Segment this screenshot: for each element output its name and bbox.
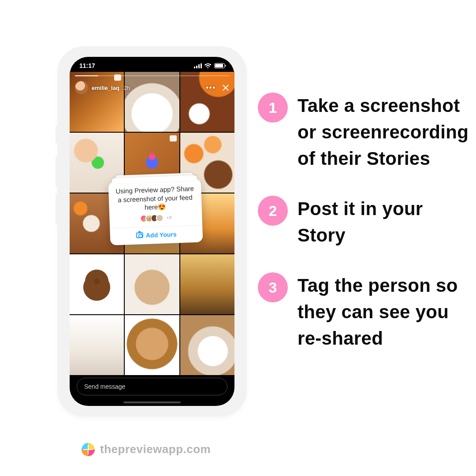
add-yours-label: Add Yours <box>146 231 177 238</box>
story-age: 2h <box>124 85 130 91</box>
heart-eyes-emoji: 😍 <box>158 203 167 211</box>
responder-avatar <box>156 214 164 222</box>
responder-more-count: +3 <box>167 215 172 220</box>
phone-side-button <box>56 156 59 187</box>
step-text: Tag the person so they can see you re-sh… <box>298 272 469 352</box>
feed-cell <box>70 315 124 375</box>
story-more-icon[interactable]: ••• <box>206 84 216 92</box>
add-yours-sticker[interactable]: Using Preview app? Share a screenshot of… <box>108 178 203 245</box>
step-number-badge: 3 <box>258 272 288 302</box>
status-time: 11:17 <box>79 62 95 69</box>
feed-cell <box>180 254 234 314</box>
wifi-icon <box>205 63 212 68</box>
previewapp-logo-icon <box>82 443 95 456</box>
phone-side-button <box>56 194 59 225</box>
step-item: 3 Tag the person so they can see you re-… <box>258 272 469 352</box>
add-yours-button[interactable]: Add Yours <box>115 225 197 245</box>
step-number-badge: 1 <box>258 93 288 123</box>
feed-cell <box>125 315 179 375</box>
signal-icon <box>194 63 202 68</box>
phone-mockup: 11:17 emilie_laq 2h ••• <box>57 46 247 416</box>
battery-icon <box>214 63 225 68</box>
step-item: 2 Post it in your Story <box>258 196 469 249</box>
feed-cell <box>125 254 179 314</box>
watermark-text: thepreviewapp.com <box>100 443 211 456</box>
sticker-prompt: Using Preview app? Share a screenshot of… <box>114 184 197 213</box>
story-header: emilie_laq 2h ••• <box>75 79 229 97</box>
step-number-badge: 2 <box>258 196 288 226</box>
feed-cell <box>180 315 234 375</box>
phone-screen: 11:17 emilie_laq 2h ••• <box>70 57 234 406</box>
close-icon[interactable] <box>222 84 229 91</box>
feed-cell <box>70 254 124 314</box>
step-item: 1 Take a screenshot or screenrecording o… <box>258 93 469 172</box>
camera-icon <box>136 232 143 238</box>
story-author-username[interactable]: emilie_laq <box>92 85 119 91</box>
story-author-avatar[interactable] <box>75 81 88 94</box>
sticker-responders: +3 <box>115 212 197 223</box>
story-reply-placeholder: Send message <box>84 383 125 390</box>
step-text: Post it in your Story <box>298 196 469 249</box>
phone-side-button <box>56 126 59 143</box>
step-text: Take a screenshot or screenrecording of … <box>298 93 469 172</box>
steps-list: 1 Take a screenshot or screenrecording o… <box>258 93 469 376</box>
story-reply-input[interactable]: Send message <box>77 378 227 395</box>
story-progress <box>75 75 229 76</box>
home-indicator <box>123 402 181 403</box>
watermark: thepreviewapp.com <box>82 443 211 456</box>
